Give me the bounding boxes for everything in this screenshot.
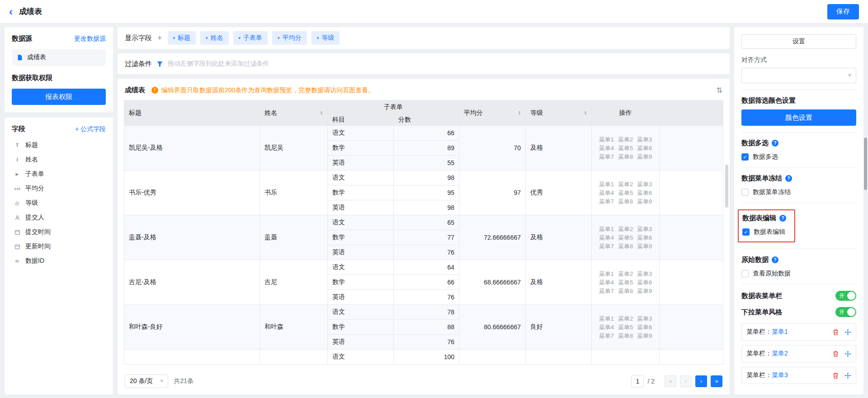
checkbox-checked[interactable]: ✓	[741, 153, 749, 161]
row-action-menu[interactable]: 菜单2	[618, 225, 633, 233]
checkbox-unchecked[interactable]	[741, 270, 749, 277]
menu-item-link[interactable]: 菜单3	[772, 371, 788, 379]
row-action-menu[interactable]: 菜单2	[618, 270, 633, 278]
move-icon[interactable]	[844, 372, 851, 379]
row-action-menu[interactable]: 菜单8	[618, 197, 633, 206]
help-icon[interactable]: ?	[772, 256, 778, 263]
field-item[interactable]: 123平均分	[12, 181, 106, 196]
row-action-menu[interactable]: 菜单7	[599, 197, 614, 206]
toggle-on[interactable]: 开	[835, 291, 856, 301]
row-action-menu[interactable]: 菜单8	[618, 287, 633, 295]
menu-item-link[interactable]: 菜单2	[772, 350, 788, 358]
report-permission-button[interactable]: 报表权限	[12, 89, 106, 105]
help-icon[interactable]: ?	[772, 140, 778, 147]
sort-icon[interactable]: ▲▼	[518, 111, 521, 115]
row-action-menu[interactable]: 菜单4	[599, 189, 614, 197]
row-action-menu[interactable]: 菜单6	[637, 278, 652, 287]
row-action-menu[interactable]: 菜单3	[637, 225, 652, 233]
row-action-menu[interactable]: 菜单2	[618, 180, 633, 189]
row-action-menu[interactable]: 菜单9	[637, 287, 652, 295]
row-action-menu[interactable]: 菜单2	[618, 314, 633, 323]
field-item[interactable]: ▶子表单	[12, 167, 106, 181]
field-item[interactable]: T标题	[12, 138, 106, 152]
row-action-menu[interactable]: 菜单7	[599, 287, 614, 295]
field-item[interactable]: ID数据ID	[12, 254, 106, 268]
multi-select-checkbox-row[interactable]: ✓ 数据多选	[741, 153, 856, 161]
display-field-tag[interactable]: ▾子表单	[233, 31, 268, 45]
table-scrollbar[interactable]	[725, 165, 728, 208]
color-settings-button[interactable]: 颜色设置	[741, 109, 856, 126]
row-action-menu[interactable]: 菜单5	[618, 144, 633, 152]
row-action-menu[interactable]: 菜单1	[599, 180, 614, 189]
row-action-menu[interactable]: 菜单5	[618, 278, 633, 287]
sort-icon[interactable]: ▲▼	[320, 111, 323, 115]
add-display-field-icon[interactable]: +	[157, 33, 162, 43]
row-action-menu[interactable]: 菜单5	[618, 189, 633, 197]
column-header-grade[interactable]: 等级▲▼	[526, 100, 592, 126]
trash-icon[interactable]	[832, 351, 839, 357]
prev-page-button[interactable]: ‹	[680, 375, 692, 387]
row-action-menu[interactable]: 菜单7	[599, 332, 614, 340]
row-action-menu[interactable]: 菜单6	[637, 189, 652, 197]
panel-scrollbar[interactable]	[864, 137, 867, 190]
row-action-menu[interactable]: 菜单9	[637, 197, 652, 206]
row-action-menu[interactable]: 菜单1	[599, 225, 614, 233]
page-size-select[interactable]: 20 条/页 ˅	[125, 374, 168, 388]
help-icon[interactable]: ?	[785, 175, 792, 182]
toggle-on[interactable]: 开	[835, 307, 856, 317]
column-header-average[interactable]: 平均分▲▼	[459, 100, 526, 126]
menu-freeze-checkbox-row[interactable]: 数据菜单冻结	[741, 188, 856, 196]
row-action-menu[interactable]: 菜单3	[637, 180, 652, 189]
row-action-menu[interactable]: 菜单7	[599, 242, 614, 251]
row-action-menu[interactable]: 菜单7	[599, 152, 614, 161]
field-item[interactable]: 更新时间	[12, 239, 106, 254]
filter-bar[interactable]: 过滤条件 拖动左侧字段到此处来添加过滤条件	[118, 53, 730, 74]
move-icon[interactable]	[844, 329, 851, 336]
row-action-menu[interactable]: 菜单1	[599, 314, 614, 323]
raw-data-checkbox-row[interactable]: 查看原始数据	[741, 270, 856, 278]
display-field-tag[interactable]: ▾姓名	[200, 31, 229, 45]
column-header-name[interactable]: 姓名▲▼	[260, 100, 328, 126]
row-action-menu[interactable]: 菜单8	[618, 152, 633, 161]
row-action-menu[interactable]: 菜单4	[599, 278, 614, 287]
table-edit-checkbox-row[interactable]: ✓ 数据表编辑	[742, 228, 786, 236]
save-button[interactable]: 保存	[827, 4, 859, 19]
row-action-menu[interactable]: 菜单5	[618, 233, 633, 242]
row-action-menu[interactable]: 菜单9	[637, 332, 652, 340]
row-action-menu[interactable]: 菜单2	[618, 135, 633, 144]
sort-icon[interactable]: ▲▼	[584, 111, 587, 115]
row-action-menu[interactable]: 菜单9	[637, 242, 652, 251]
help-icon[interactable]: ?	[779, 215, 786, 222]
row-action-menu[interactable]: 菜单8	[618, 242, 633, 251]
display-field-tag[interactable]: ▾等级	[311, 31, 340, 45]
trash-icon[interactable]	[832, 372, 839, 379]
field-item[interactable]: 提交时间	[12, 225, 106, 239]
row-action-menu[interactable]: 菜单6	[637, 233, 652, 242]
field-item[interactable]: 提交人	[12, 210, 106, 225]
field-item[interactable]: ◎等级	[12, 196, 106, 210]
row-action-menu[interactable]: 菜单4	[599, 144, 614, 152]
row-action-menu[interactable]: 菜单8	[618, 332, 633, 340]
datasource-item[interactable]: 成绩表	[12, 49, 106, 66]
add-formula-field-link[interactable]: + 公式字段	[75, 125, 106, 133]
first-page-button[interactable]: «	[665, 375, 676, 387]
row-action-menu[interactable]: 菜单4	[599, 323, 614, 332]
row-action-menu[interactable]: 菜单9	[637, 152, 652, 161]
row-action-menu[interactable]: 菜单1	[599, 135, 614, 144]
align-select[interactable]: ˅	[741, 68, 856, 83]
back-icon[interactable]: ‹	[9, 6, 13, 17]
checkbox-checked[interactable]: ✓	[742, 228, 750, 236]
row-action-menu[interactable]: 菜单6	[637, 323, 652, 332]
current-page-input[interactable]: 1	[631, 375, 644, 388]
row-action-menu[interactable]: 菜单5	[618, 323, 633, 332]
sort-order-icon[interactable]: ⇅	[717, 86, 722, 95]
next-page-button[interactable]: ›	[695, 375, 707, 387]
last-page-button[interactable]: »	[711, 375, 722, 387]
row-action-menu[interactable]: 菜单6	[637, 144, 652, 152]
display-field-tag[interactable]: ▾平均分	[272, 31, 307, 45]
filter-icon[interactable]	[156, 61, 163, 67]
row-action-menu[interactable]: 菜单4	[599, 233, 614, 242]
change-datasource-link[interactable]: 更改数据源	[74, 35, 106, 43]
trash-icon[interactable]	[832, 329, 839, 336]
row-action-menu[interactable]: 菜单3	[637, 135, 652, 144]
